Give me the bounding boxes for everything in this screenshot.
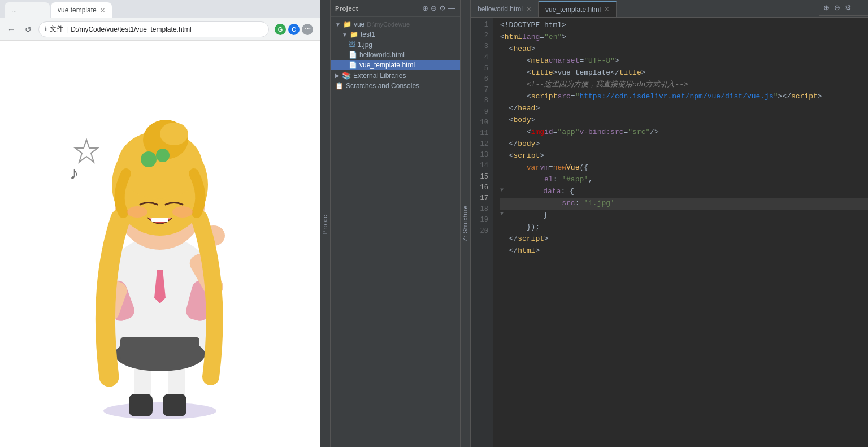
tree-item-helloworld[interactable]: 📄 helloworld.html xyxy=(331,50,460,60)
code-line-14: el: '#app', xyxy=(500,174,868,186)
svg-point-21 xyxy=(127,206,147,218)
root-arrow-icon: ▼ xyxy=(335,21,341,28)
tree-item-scratches[interactable]: 📋 Scratches and Consoles xyxy=(331,81,460,91)
ext-icon-green[interactable]: G xyxy=(275,24,286,35)
editor-tabs: helloworld.html ✕ vue_template.html ✕ xyxy=(471,0,819,17)
scratches-label: Scratches and Consoles xyxy=(346,82,419,90)
code-line-8: </head> xyxy=(500,103,868,115)
code-line-9: <body> xyxy=(500,115,868,127)
ln-9: 9 xyxy=(471,107,488,118)
ln-14: 14 xyxy=(471,160,488,171)
toolbar-settings-icon[interactable]: ⚙ xyxy=(845,3,852,12)
helloworld-tab-close[interactable]: ✕ xyxy=(526,6,531,13)
tree-item-test1[interactable]: ▼ 📁 test1 xyxy=(331,29,460,40)
editor-area: helloworld.html ✕ vue_template.html ✕ ⊕ … xyxy=(471,0,868,447)
code-line-5: <title>vue template</title> xyxy=(500,67,868,79)
code-line-16: src: '1.jpg' xyxy=(500,198,868,210)
ide-pane: Project Project ⊕ ⊖ ⚙ — ▼ 📁 vue D:\myCod… xyxy=(320,0,868,447)
vue-template-tab-close[interactable]: ✕ xyxy=(604,6,609,13)
toolbar-minimize-icon[interactable]: — xyxy=(856,3,863,12)
ln-15: 15 xyxy=(471,172,488,183)
project-sidebar-toggle[interactable]: Project xyxy=(320,0,331,447)
svg-rect-5 xyxy=(163,394,186,416)
browser-tabs: ... vue template ✕ xyxy=(0,0,320,18)
editor-tab-vue-template[interactable]: vue_template.html ✕ xyxy=(539,1,617,17)
panel-hide-icon[interactable]: — xyxy=(448,4,455,12)
ext-icon-blue[interactable]: C xyxy=(288,24,300,35)
ln-12: 12 xyxy=(471,139,488,150)
panel-expand-icon[interactable]: ⊖ xyxy=(431,4,437,12)
ln-19: 19 xyxy=(471,215,488,225)
root-folder-icon: 📁 xyxy=(343,20,351,28)
code-line-17: ▼ } xyxy=(500,210,868,222)
tab-label-active: vue template xyxy=(58,6,97,14)
root-label: vue xyxy=(354,20,364,28)
ln-8: 8 xyxy=(471,96,488,106)
ln-20: 20 xyxy=(471,226,488,237)
info-icon: ℹ xyxy=(45,25,47,33)
external-libs-arrow-icon: ▶ xyxy=(335,72,340,79)
structure-sidebar-toggle[interactable]: Z: Structure xyxy=(461,0,471,447)
tree-root[interactable]: ▼ 📁 vue D:\myCode\vue xyxy=(331,19,460,29)
browser-tab-2[interactable]: vue template ✕ xyxy=(51,2,112,18)
browser-tab-1[interactable]: ... xyxy=(5,2,50,18)
scratches-icon: 📋 xyxy=(335,82,344,90)
svg-text:♪: ♪ xyxy=(70,163,79,183)
code-line-3: <head> xyxy=(500,44,868,55)
test1-arrow-icon: ▼ xyxy=(342,32,348,38)
tree-item-external-libs[interactable]: ▶ 📚 External Libraries xyxy=(331,70,460,81)
ln-10: 10 xyxy=(471,118,488,128)
ln-6: 6 xyxy=(471,74,488,85)
panel-title: Project xyxy=(335,5,358,12)
editor-tab-helloworld[interactable]: helloworld.html ✕ xyxy=(471,1,539,17)
file-tree: ▼ 📁 vue D:\myCode\vue ▼ 📁 test1 🖼 1.jpg xyxy=(331,17,460,447)
ln-3: 3 xyxy=(471,41,488,52)
browser-addressbar: ← ↺ ℹ 文件 | D:/myCode/vue/test1/vue_templ… xyxy=(0,18,320,41)
editor-toolbar: ⊕ ⊖ ⚙ — xyxy=(819,0,868,16)
panel-sync-icon[interactable]: ⊕ xyxy=(422,4,428,12)
test1-label: test1 xyxy=(361,31,375,38)
tree-item-vue-template[interactable]: 📄 vue_template.html xyxy=(331,60,460,70)
ln-7: 7 xyxy=(471,85,488,96)
code-line-10: <img id="app" v-bind:src="src"/> xyxy=(500,127,868,138)
svg-rect-23 xyxy=(151,218,168,222)
code-editor: 1 2 3 4 5 6 7 8 9 10 11 12 13 14 15 16 1… xyxy=(471,18,868,447)
url-text: D:/myCode/vue/test1/vue_template.html xyxy=(71,25,191,33)
address-box[interactable]: ℹ 文件 | D:/myCode/vue/test1/vue_template.… xyxy=(38,21,269,37)
browser-content: ♪ xyxy=(0,41,320,447)
svg-point-20 xyxy=(156,149,170,162)
toolbar-icon-1[interactable]: ⊕ xyxy=(823,3,830,12)
helloworld-label: helloworld.html xyxy=(359,51,405,59)
tab-label: ... xyxy=(11,6,17,14)
line-numbers: 1 2 3 4 5 6 7 8 9 10 11 12 13 14 15 16 1… xyxy=(471,18,493,447)
project-panel: Project ⊕ ⊖ ⚙ — ▼ 📁 vue D:\myCode\vue ▼ … xyxy=(331,0,461,447)
back-button[interactable]: ← xyxy=(5,23,18,36)
code-line-1: <!DOCTYPE html> xyxy=(500,20,868,32)
external-libs-label: External Libraries xyxy=(353,72,406,80)
url-separator: | xyxy=(66,25,68,33)
ln-4: 4 xyxy=(471,53,488,63)
ln-13: 13 xyxy=(471,150,488,160)
ln-17: 17 xyxy=(471,193,488,204)
reload-button[interactable]: ↺ xyxy=(21,23,35,36)
code-line-4: <meta charset="UTF-8"> xyxy=(500,55,868,67)
ext-icon-grey[interactable]: ⋯ xyxy=(302,24,313,35)
code-line-20: </html> xyxy=(500,245,868,257)
tab-close-icon[interactable]: ✕ xyxy=(100,7,105,14)
code-content[interactable]: <!DOCTYPE html> <html lang="en"> <head> … xyxy=(493,18,868,447)
external-libs-icon: 📚 xyxy=(342,71,351,80)
panel-settings-icon[interactable]: ⚙ xyxy=(439,4,446,12)
svg-point-18 xyxy=(160,123,188,145)
tree-item-jpg[interactable]: 🖼 1.jpg xyxy=(331,40,460,50)
ln-5: 5 xyxy=(471,63,488,74)
toolbar-icon-2[interactable]: ⊖ xyxy=(834,3,840,12)
svg-point-22 xyxy=(172,206,193,218)
structure-sidebar-label: Z: Structure xyxy=(462,205,468,241)
panel-actions: ⊕ ⊖ ⚙ — xyxy=(422,4,455,12)
code-line-13: var vm = new Vue({ xyxy=(500,162,868,174)
panel-header: Project ⊕ ⊖ ⚙ — xyxy=(331,0,460,17)
code-line-11: </body> xyxy=(500,138,868,150)
svg-marker-25 xyxy=(75,140,98,162)
code-line-12: <script> xyxy=(500,150,868,162)
editor-tabs-toolbar: helloworld.html ✕ vue_template.html ✕ ⊕ … xyxy=(471,0,868,18)
